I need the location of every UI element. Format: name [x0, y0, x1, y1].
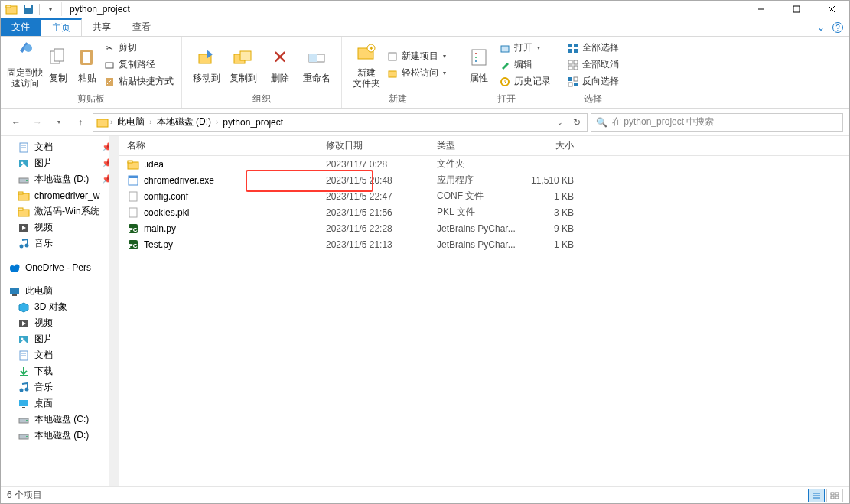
tab-view[interactable]: 查看 — [122, 18, 161, 36]
tab-home[interactable]: 主页 — [41, 18, 82, 36]
refresh-button[interactable]: ↻ — [570, 117, 584, 128]
column-header-name[interactable]: 名称 — [119, 139, 318, 152]
sidebar-item[interactable]: 激活码-Win系统 — [1, 203, 119, 219]
svg-point-72 — [25, 387, 29, 391]
file-row[interactable]: PCmain.py2023/11/6 22:28JetBrains PyChar… — [119, 220, 849, 236]
properties-button[interactable]: 属性 — [461, 40, 497, 90]
breadcrumb-bar[interactable]: › 此电脑 › 本地磁盘 (D:) › python_project ⌄ ↻ — [93, 113, 588, 132]
sidebar-item[interactable]: 桌面 — [1, 395, 119, 411]
easy-access-button[interactable]: 轻松访问▾ — [385, 65, 448, 82]
sidebar-item[interactable]: 3D 对象 — [1, 299, 119, 315]
svg-rect-30 — [501, 46, 509, 52]
paste-button[interactable]: 粘贴 — [73, 40, 102, 90]
cut-button[interactable]: ✂剪切 — [102, 40, 175, 57]
address-dropdown[interactable]: ⌄ — [554, 119, 566, 126]
music-icon — [18, 382, 30, 394]
chevron-down-icon[interactable]: ⌄ — [809, 18, 832, 36]
file-row[interactable]: PCTest.py2023/11/5 21:13JetBrains PyChar… — [119, 236, 849, 252]
sidebar-this-pc[interactable]: 此电脑 — [1, 283, 119, 299]
folder-icon[interactable] — [5, 3, 18, 15]
paste-shortcut-button[interactable]: 粘贴快捷方式 — [102, 73, 175, 90]
shortcut-icon — [103, 76, 116, 88]
svg-rect-1 — [6, 5, 11, 8]
copy-to-button[interactable]: 复制到 — [225, 40, 262, 90]
sidebar-item[interactable]: 音乐 — [1, 379, 119, 395]
delete-button[interactable]: ✕删除 — [262, 40, 298, 90]
quick-access-toolbar: ▾ — [1, 3, 61, 15]
new-folder-button[interactable]: ✦新建 文件夹 — [348, 40, 385, 90]
column-header-type[interactable]: 类型 — [429, 139, 517, 152]
path-icon — [103, 59, 116, 71]
svg-point-57 — [20, 244, 24, 248]
move-to-button[interactable]: 移动到 — [188, 40, 225, 90]
column-header-date[interactable]: 修改日期 — [318, 139, 429, 152]
rename-button[interactable]: 重命名 — [298, 40, 335, 90]
file-row[interactable]: cookies.pkl2023/11/5 21:56PKL 文件3 KB — [119, 204, 849, 220]
forward-button[interactable]: → — [28, 113, 47, 132]
ribbon-group-clipboard: 固定到快 速访问 复制 粘贴 ✂剪切 复制路径 粘贴快捷方式 剪贴板 — [1, 37, 182, 108]
open-button[interactable]: 打开▾ — [497, 40, 552, 57]
minimize-button[interactable] — [744, 1, 779, 18]
file-row[interactable]: .idea2023/11/7 0:28文件夹 — [119, 156, 849, 172]
sidebar-item[interactable]: 视频 — [1, 219, 119, 236]
view-thumbnails-button[interactable] — [826, 489, 843, 502]
content-area: 文档📌图片📌本地磁盘 (D:)📌chromedriver_w激活码-Win系统视… — [1, 136, 849, 486]
sidebar-item[interactable]: 本地磁盘 (C:) — [1, 411, 119, 428]
tab-file[interactable]: 文件 — [1, 18, 41, 36]
copy-path-button[interactable]: 复制路径 — [102, 57, 175, 73]
copy-button[interactable]: 复制 — [44, 40, 73, 90]
title-bar: ▾ python_project — [1, 1, 849, 18]
column-header-size[interactable]: 大小 — [517, 139, 586, 152]
select-none-button[interactable]: 全部取消 — [565, 57, 620, 73]
sidebar-item[interactable]: 图片 — [1, 331, 119, 347]
new-item-icon — [386, 50, 399, 63]
search-box[interactable]: 🔍 在 python_project 中搜索 — [591, 113, 843, 132]
qat-save-icon[interactable] — [22, 3, 34, 15]
edit-button[interactable]: 编辑 — [497, 57, 552, 73]
sidebar-item[interactable]: 视频 — [1, 315, 119, 331]
column-headers: 名称 修改日期 类型 大小 — [119, 136, 849, 156]
sidebar-item[interactable]: 音乐 — [1, 236, 119, 252]
chevron-right-icon[interactable]: › — [216, 118, 218, 126]
help-button[interactable]: ? — [832, 22, 843, 33]
svg-point-28 — [475, 57, 477, 58]
sidebar-item[interactable]: 文档 — [1, 347, 119, 363]
sidebar-scrollbar[interactable] — [109, 136, 119, 486]
exe-icon — [127, 174, 139, 187]
pin-quick-access-button[interactable]: 固定到快 速访问 — [7, 40, 44, 90]
close-button[interactable] — [814, 1, 849, 18]
navigation-pane: 文档📌图片📌本地磁盘 (D:)📌chromedriver_w激活码-Win系统视… — [1, 136, 119, 486]
sidebar-item[interactable]: 下载 — [1, 363, 119, 379]
back-button[interactable]: ← — [7, 113, 25, 132]
tab-share[interactable]: 共享 — [82, 18, 122, 36]
svg-point-61 — [15, 264, 20, 269]
invert-selection-button[interactable]: 反向选择 — [565, 73, 620, 90]
svg-rect-37 — [574, 60, 578, 64]
svg-rect-42 — [568, 83, 572, 86]
file-row[interactable]: chromedriver.exe2023/11/5 20:48应用程序11,51… — [119, 172, 849, 188]
sidebar-onedrive[interactable]: OneDrive - Pers — [1, 259, 119, 275]
svg-rect-13 — [83, 52, 90, 63]
breadcrumb-item[interactable]: python_project — [220, 117, 286, 128]
sidebar-item[interactable]: 图片📌 — [1, 155, 119, 171]
chevron-right-icon[interactable]: › — [110, 118, 112, 126]
select-all-button[interactable]: 全部选择 — [565, 40, 620, 57]
history-button[interactable]: 历史记录 — [497, 73, 552, 90]
chevron-right-icon[interactable]: › — [149, 118, 151, 126]
sidebar-item[interactable]: 本地磁盘 (D:) — [1, 428, 119, 444]
sidebar-item[interactable]: 文档📌 — [1, 139, 119, 155]
up-button[interactable]: ↑ — [71, 113, 90, 132]
qat-dropdown-icon[interactable]: ▾ — [44, 3, 57, 15]
new-item-button[interactable]: 新建项目▾ — [385, 48, 448, 65]
breadcrumb-item[interactable]: 此电脑 — [114, 115, 148, 128]
sidebar-item[interactable]: chromedriver_w — [1, 187, 119, 203]
breadcrumb-item[interactable]: 本地磁盘 (D:) — [154, 115, 214, 128]
recent-locations-button[interactable]: ▾ — [50, 113, 68, 132]
view-details-button[interactable] — [808, 489, 825, 502]
maximize-button[interactable] — [779, 1, 814, 18]
file-row[interactable]: config.conf2023/11/5 22:47CONF 文件1 KB — [119, 188, 849, 204]
svg-point-66 — [21, 337, 24, 340]
sidebar-item[interactable]: 本地磁盘 (D:)📌 — [1, 171, 119, 187]
svg-point-49 — [21, 161, 24, 164]
svg-point-9 — [24, 44, 32, 52]
